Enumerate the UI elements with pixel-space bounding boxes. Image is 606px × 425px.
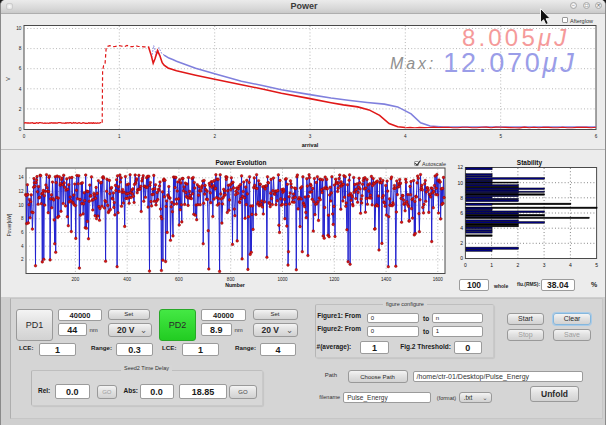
svg-text:14: 14: [18, 175, 24, 180]
svg-text:1200: 1200: [329, 277, 340, 282]
svg-text:10: 10: [18, 203, 24, 208]
svg-text:1400: 1400: [381, 277, 392, 282]
svg-text:600: 600: [175, 277, 183, 282]
svg-text:2: 2: [213, 134, 216, 139]
svg-text:3: 3: [543, 262, 546, 268]
svg-text:200: 200: [72, 277, 80, 282]
svg-text:0: 0: [23, 134, 26, 139]
svg-text:6: 6: [595, 134, 598, 139]
svg-text:12: 12: [18, 189, 24, 194]
svg-text:V: V: [5, 77, 11, 81]
svg-text:5: 5: [595, 262, 598, 268]
svg-text:4: 4: [404, 134, 407, 139]
svg-text:2: 2: [460, 240, 463, 246]
svg-text:8: 8: [21, 216, 24, 221]
svg-text:10: 10: [16, 26, 22, 31]
svg-text:Power Evolution: Power Evolution: [216, 159, 267, 166]
svg-text:2: 2: [21, 257, 24, 262]
svg-text:4: 4: [569, 262, 572, 268]
svg-text:arrival: arrival: [302, 142, 319, 148]
svg-text:4: 4: [460, 225, 463, 231]
svg-text:2: 2: [19, 107, 22, 112]
svg-text:6: 6: [19, 66, 22, 71]
svg-text:10: 10: [457, 180, 463, 186]
svg-text:Number: Number: [225, 282, 245, 288]
svg-text:400: 400: [123, 277, 131, 282]
svg-text:Stability: Stability: [517, 159, 543, 167]
svg-text:0: 0: [460, 255, 463, 261]
svg-text:1000: 1000: [277, 277, 288, 282]
svg-text:12: 12: [457, 164, 463, 170]
svg-text:1600: 1600: [433, 277, 444, 282]
svg-text:8: 8: [19, 46, 22, 51]
svg-text:0: 0: [19, 127, 22, 132]
svg-text:1: 1: [490, 262, 493, 268]
svg-text:2: 2: [517, 262, 520, 268]
svg-text:6: 6: [460, 210, 463, 216]
svg-text:1: 1: [118, 134, 121, 139]
svg-text:0: 0: [464, 262, 467, 268]
svg-text:6: 6: [21, 230, 24, 235]
svg-text:8: 8: [460, 195, 463, 201]
svg-text:4: 4: [19, 87, 22, 92]
svg-text:Power[uW]: Power[uW]: [7, 214, 12, 236]
svg-text:5: 5: [499, 134, 502, 139]
svg-text:4: 4: [21, 244, 24, 249]
svg-text:3: 3: [309, 134, 312, 139]
